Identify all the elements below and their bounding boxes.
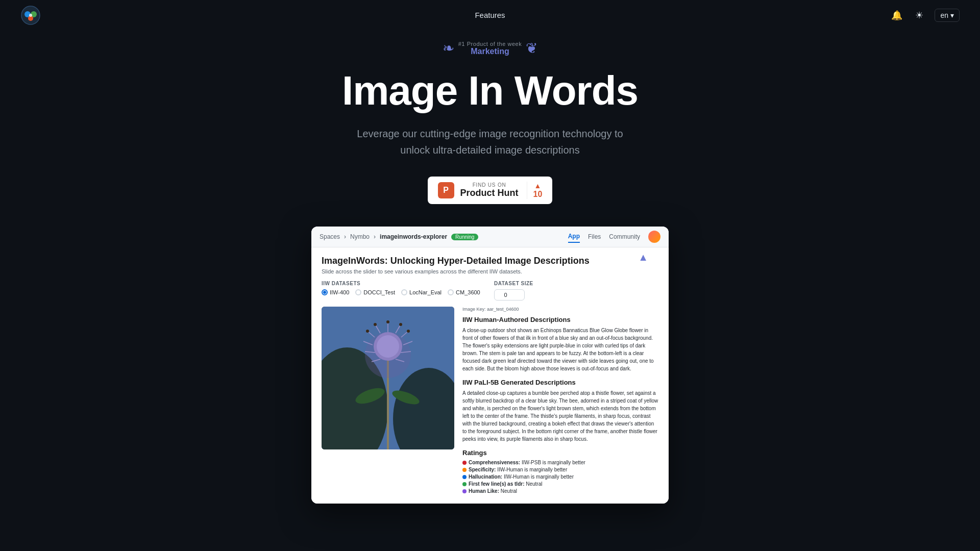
content-area: Image Key: aar_test_04600 IIW Human-Auth… bbox=[322, 307, 658, 495]
app-nav-bar: Spaces › Nymbo › imageinwords-explorer R… bbox=[311, 227, 669, 247]
svg-point-27 bbox=[366, 330, 369, 333]
app-screenshot: Spaces › Nymbo › imageinwords-explorer R… bbox=[311, 227, 669, 504]
svg-point-25 bbox=[407, 330, 410, 333]
hallucination-dot-icon bbox=[462, 475, 467, 479]
product-hunt-logo-icon: P bbox=[438, 182, 454, 198]
product-hunt-button[interactable]: P FIND US ON Product Hunt ▲ 10 bbox=[428, 177, 553, 204]
badge-category: Marketing bbox=[471, 47, 509, 56]
app-tabs: App Files Community bbox=[568, 231, 660, 243]
pali-description-text: A detailed close-up captures a bumble be… bbox=[462, 389, 658, 443]
tldr-dot-icon bbox=[462, 482, 467, 486]
radio-unselected-icon2 bbox=[401, 289, 407, 295]
dataset-option-locnar[interactable]: LocNar_Eval bbox=[401, 289, 442, 295]
language-selector[interactable]: en ▾ bbox=[935, 9, 960, 22]
radio-unselected-icon bbox=[355, 289, 361, 295]
size-label: Dataset Size bbox=[494, 281, 658, 286]
svg-point-24 bbox=[399, 323, 402, 326]
pali-description-section: IIW PaLI-5B Generated Descriptions A det… bbox=[462, 379, 658, 443]
lang-value: en bbox=[940, 11, 948, 19]
user-avatar[interactable] bbox=[648, 231, 660, 243]
image-panel bbox=[322, 307, 454, 495]
radio-unselected-icon3 bbox=[448, 289, 454, 295]
rating-item-humanlike: Human Like: Neutral bbox=[462, 488, 658, 494]
human-description-section: IIW Human-Authored Descriptions A close-… bbox=[462, 316, 658, 372]
rating-item-specificity: Specificity: IIW-Human is marginally bet… bbox=[462, 467, 658, 472]
rating-item-tldr: First few line(s) as tldr: Neutral bbox=[462, 481, 658, 487]
notification-icon[interactable]: 🔔 bbox=[890, 8, 904, 22]
lang-arrow-icon: ▾ bbox=[950, 11, 954, 19]
specificity-dot-icon bbox=[462, 468, 467, 472]
app-content-subtitle: Slide across the slider to see various e… bbox=[322, 268, 658, 274]
radio-selected-icon bbox=[322, 289, 328, 295]
dataset-option-iiw400[interactable]: IIW-400 bbox=[322, 289, 349, 295]
product-badge: ❧ #1 Product of the week Marketing ❦ bbox=[443, 41, 538, 56]
theme-toggle-icon[interactable]: ☀ bbox=[912, 8, 926, 22]
svg-point-23 bbox=[386, 320, 389, 323]
badge-rank-label: #1 Product of the week bbox=[458, 41, 522, 47]
size-input[interactable] bbox=[494, 289, 525, 300]
product-hunt-name: Product Hunt bbox=[460, 188, 519, 198]
dataset-controls: IIW Datasets IIW-400 DOCCI_Test LocNa bbox=[322, 281, 658, 300]
dataset-selector: IIW Datasets IIW-400 DOCCI_Test LocNa bbox=[322, 281, 486, 300]
rating-item-comprehensiveness: Comprehensiveness: IIW-PSB is marginally… bbox=[462, 460, 658, 465]
main-nav: Features bbox=[475, 11, 505, 20]
vote-count-section: ▲ 10 bbox=[527, 182, 543, 199]
human-description-title: IIW Human-Authored Descriptions bbox=[462, 316, 658, 323]
svg-point-4 bbox=[29, 14, 32, 17]
app-breadcrumb: Spaces › Nymbo › imageinwords-explorer R… bbox=[320, 233, 478, 240]
dataset-label-iiw400: IIW-400 bbox=[330, 289, 349, 295]
running-status-badge: Running bbox=[451, 234, 478, 240]
app-logo[interactable] bbox=[20, 5, 41, 26]
app-content-title: ImageInWords: Unlocking Hyper-Detailed I… bbox=[322, 256, 658, 266]
badge-text: #1 Product of the week Marketing bbox=[458, 41, 522, 56]
breadcrumb-sep2: › bbox=[374, 233, 376, 240]
comprehensiveness-label: Comprehensiveness: IIW-PSB is marginally… bbox=[469, 460, 585, 465]
flower-image bbox=[322, 307, 454, 449]
dataset-radio-group: IIW-400 DOCCI_Test LocNar_Eval CM_3 bbox=[322, 289, 486, 295]
specificity-label: Specificity: IIW-Human is marginally bet… bbox=[469, 467, 567, 472]
main-content: ❧ #1 Product of the week Marketing ❦ Ima… bbox=[0, 31, 980, 504]
human-description-text: A close-up outdoor shot shows an Echinop… bbox=[462, 327, 658, 372]
header: Features 🔔 ☀ en ▾ bbox=[0, 0, 980, 31]
svg-point-26 bbox=[374, 323, 377, 326]
app-body: ImageInWords: Unlocking Hyper-Detailed I… bbox=[311, 247, 669, 504]
pali-description-title: IIW PaLI-5B Generated Descriptions bbox=[462, 379, 658, 386]
page-subtitle: Leverage our cutting-edge image recognit… bbox=[347, 126, 633, 158]
comprehensiveness-dot-icon bbox=[462, 461, 467, 465]
hallucination-label: Hallucination: IIW-Human is marginally b… bbox=[469, 474, 574, 480]
vote-count: 10 bbox=[533, 190, 543, 199]
laurel-right-icon: ❦ bbox=[526, 41, 537, 56]
tldr-label: First few line(s) as tldr: Neutral bbox=[469, 481, 542, 487]
text-panel: Image Key: aar_test_04600 IIW Human-Auth… bbox=[462, 307, 658, 495]
repo-link[interactable]: imageinwords-explorer bbox=[380, 233, 447, 240]
dataset-label-cm3600: CM_3600 bbox=[456, 289, 480, 295]
dataset-label-locnar: LocNar_Eval bbox=[409, 289, 442, 295]
tab-app[interactable]: App bbox=[568, 231, 580, 243]
features-nav-link[interactable]: Features bbox=[475, 11, 505, 19]
upload-icon: ▲ bbox=[638, 252, 648, 263]
page-title: Image In Words bbox=[342, 68, 638, 113]
dataset-option-cm3600[interactable]: CM_3600 bbox=[448, 289, 480, 295]
humanlike-label: Human Like: Neutral bbox=[469, 488, 517, 494]
rating-item-hallucination: Hallucination: IIW-Human is marginally b… bbox=[462, 474, 658, 480]
laurel-left-icon: ❧ bbox=[443, 41, 454, 56]
ratings-section: Ratings Comprehensiveness: IIW-PSB is ma… bbox=[462, 449, 658, 494]
dataset-size-section: Dataset Size bbox=[494, 281, 658, 300]
dataset-label-docci: DOCCI_Test bbox=[363, 289, 395, 295]
dataset-option-docci[interactable]: DOCCI_Test bbox=[355, 289, 395, 295]
dataset-label: IIW Datasets bbox=[322, 281, 486, 286]
svg-point-22 bbox=[377, 335, 399, 358]
tab-community[interactable]: Community bbox=[609, 231, 640, 242]
ratings-title: Ratings bbox=[462, 449, 658, 457]
image-key-label: Image Key: aar_test_04600 bbox=[462, 307, 658, 312]
spaces-link[interactable]: Spaces bbox=[320, 233, 340, 240]
header-right: 🔔 ☀ en ▾ bbox=[890, 8, 960, 22]
breadcrumb-sep1: › bbox=[344, 233, 346, 240]
nymbo-link[interactable]: Nymbo bbox=[350, 233, 370, 240]
tab-files[interactable]: Files bbox=[588, 231, 601, 242]
upvote-arrow-icon: ▲ bbox=[534, 182, 542, 190]
product-hunt-text: FIND US ON Product Hunt bbox=[460, 182, 519, 198]
humanlike-dot-icon bbox=[462, 489, 467, 493]
find-us-label: FIND US ON bbox=[460, 182, 519, 188]
